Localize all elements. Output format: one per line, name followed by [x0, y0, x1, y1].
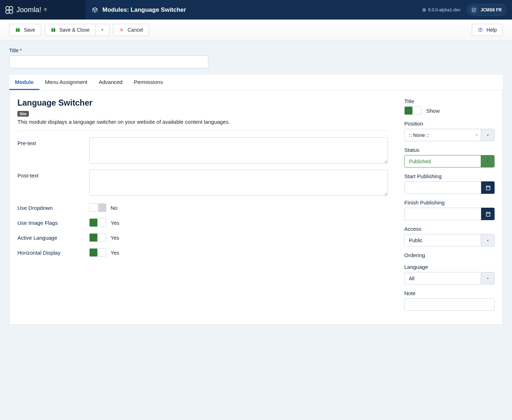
field-use-dropdown: Use Dropdown No — [17, 202, 388, 212]
topbar-right: 6.0.0-alpha1-dev JCMS6 FR — [422, 4, 512, 16]
use-image-flags-control: Yes — [89, 217, 388, 227]
pre-text-input[interactable] — [89, 137, 388, 164]
content-card: Language Switcher Site This module displ… — [9, 90, 503, 325]
side-title-label: Title — [404, 98, 495, 104]
site-name: JCMS6 FR — [481, 7, 502, 12]
start-publishing-input[interactable] — [404, 181, 481, 194]
chevron-down-icon — [486, 133, 490, 137]
toggle-knob — [90, 219, 97, 227]
position-value: :: None :: — [405, 129, 473, 141]
save-icon — [51, 27, 56, 32]
divider — [17, 131, 388, 131]
language-select[interactable]: All — [404, 272, 495, 285]
save-close-group: Save & Close — [45, 24, 110, 36]
access-select[interactable]: Public — [404, 234, 495, 246]
field-pre-text: Pre-text — [17, 137, 388, 165]
use-image-flags-toggle[interactable] — [89, 218, 106, 227]
svg-point-3 — [9, 10, 13, 14]
side-title: Title Show — [404, 98, 495, 115]
use-dropdown-toggle[interactable] — [89, 203, 106, 212]
language-value: All — [405, 272, 481, 284]
side-position-label: Position — [404, 121, 495, 127]
post-text-control — [89, 170, 388, 197]
trademark: ® — [44, 8, 47, 12]
post-text-label: Post-text — [17, 170, 89, 179]
side-language: Language All — [404, 264, 495, 285]
chevron-down-icon — [486, 159, 490, 164]
svg-point-4 — [423, 9, 424, 10]
horizontal-display-toggle[interactable] — [89, 248, 106, 257]
help-icon — [478, 27, 483, 32]
side-title-toggle[interactable] — [404, 106, 421, 115]
module-heading: Language Switcher — [17, 98, 388, 108]
cancel-label: Cancel — [128, 27, 143, 33]
horizontal-display-label: Horizontal Display — [17, 247, 89, 256]
tab-module[interactable]: Module — [9, 75, 39, 90]
start-publishing-group — [404, 181, 495, 194]
side-start-publishing: Start Publishing — [404, 173, 495, 194]
svg-point-5 — [424, 9, 426, 10]
horizontal-display-value: Yes — [111, 250, 119, 256]
title-group: Title * — [9, 48, 503, 68]
tab-menu-assignment[interactable]: Menu Assignment — [39, 75, 93, 90]
status-arrow[interactable] — [481, 155, 494, 167]
side-title-value: Show — [426, 108, 440, 114]
field-horizontal-display: Horizontal Display Yes — [17, 247, 388, 257]
save-close-label: Save & Close — [59, 27, 90, 33]
active-language-toggle[interactable] — [89, 233, 106, 242]
note-input[interactable] — [404, 298, 495, 311]
save-button[interactable]: Save — [9, 24, 41, 36]
save-dropdown-button[interactable] — [95, 24, 110, 36]
access-label: Access — [404, 226, 495, 232]
access-arrow[interactable] — [481, 234, 494, 246]
page-title-area: Modules: Language Switcher — [85, 6, 422, 14]
ordering-label: Ordering — [404, 252, 495, 258]
finish-publishing-calendar[interactable] — [481, 208, 495, 220]
pre-text-control — [89, 137, 388, 165]
side-title-row: Show — [404, 106, 495, 115]
svg-point-0 — [6, 6, 9, 10]
status-select[interactable]: Published — [404, 155, 495, 168]
title-input[interactable] — [9, 55, 208, 68]
external-link-icon-wrap — [470, 6, 478, 14]
toggle-knob — [98, 204, 106, 212]
site-link[interactable]: JCMS6 FR — [467, 4, 506, 16]
joomla-small-icon — [422, 8, 426, 12]
finish-publishing-input[interactable] — [404, 208, 481, 220]
use-dropdown-control: No — [89, 202, 388, 212]
cancel-button[interactable]: Cancel — [113, 24, 149, 36]
use-dropdown-value: No — [111, 205, 117, 211]
save-icon — [15, 27, 20, 32]
side-ordering: Ordering — [404, 252, 495, 258]
use-image-flags-value: Yes — [111, 220, 119, 226]
tab-permissions[interactable]: Permissions — [128, 75, 169, 90]
post-text-input[interactable] — [89, 170, 388, 196]
page-title: Modules: Language Switcher — [102, 6, 186, 14]
position-arrow[interactable] — [481, 129, 494, 141]
side-position: Position :: None :: × — [404, 121, 495, 141]
chevron-down-icon — [486, 238, 490, 243]
language-label: Language — [404, 264, 495, 270]
position-select[interactable]: :: None :: × — [404, 129, 495, 141]
language-arrow[interactable] — [481, 272, 494, 284]
side-status-label: Status — [404, 147, 495, 153]
start-publishing-calendar[interactable] — [481, 181, 495, 194]
side-finish-publishing: Finish Publishing — [404, 200, 495, 220]
save-label: Save — [24, 27, 35, 33]
help-button[interactable]: Help — [472, 24, 503, 36]
position-clear[interactable]: × — [473, 129, 481, 141]
svg-point-2 — [6, 10, 9, 14]
tab-advanced[interactable]: Advanced — [93, 75, 128, 90]
toggle-knob — [405, 107, 412, 115]
toggle-knob — [90, 249, 97, 256]
access-value: Public — [405, 234, 481, 246]
tabs-wrap: Module Menu Assignment Advanced Permissi… — [9, 75, 503, 90]
page-body: Title * Module Menu Assignment Advanced … — [0, 41, 512, 332]
version-badge[interactable]: 6.0.0-alpha1-dev — [422, 7, 460, 12]
joomla-logo[interactable]: Joomla! ® — [5, 6, 47, 14]
module-description: This module displays a language switcher… — [17, 119, 388, 125]
save-close-button[interactable]: Save & Close — [45, 24, 95, 36]
cancel-icon — [119, 27, 124, 32]
calendar-icon — [485, 211, 491, 217]
title-label: Title * — [9, 48, 503, 53]
